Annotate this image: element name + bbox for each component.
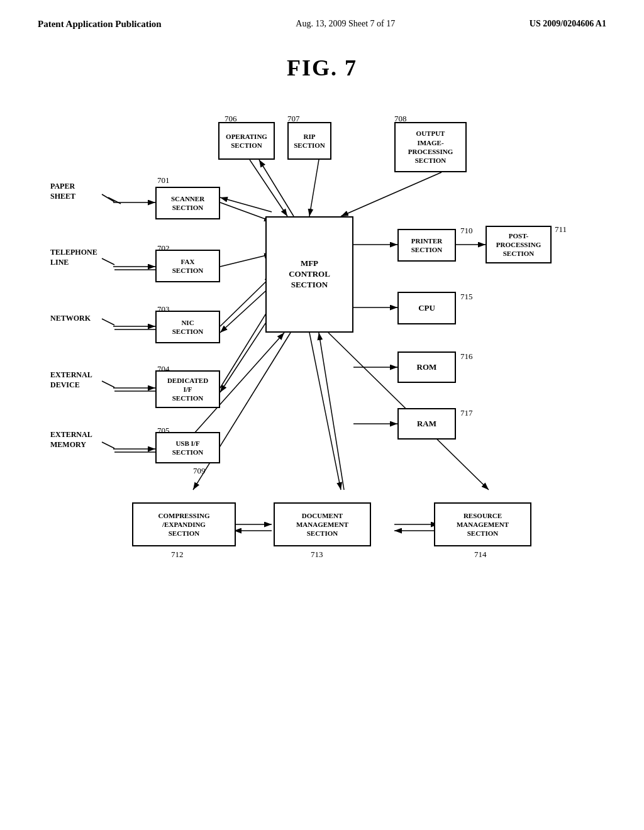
network-label: NETWORK [50,314,91,324]
svg-line-6 [102,194,114,202]
external-device-label: EXTERNALDEVICE [50,370,92,390]
refnum-714: 714 [474,550,487,560]
svg-line-5 [108,197,121,204]
header-left: Patent Application Publication [38,19,162,30]
mfp-control-box: MFPCONTROLSECTION [265,216,353,333]
refnum-709: 709 [193,466,206,476]
refnum-711: 711 [555,224,567,235]
header-center: Aug. 13, 2009 Sheet 7 of 17 [296,19,395,29]
external-memory-label: EXTERNALMEMORY [50,430,92,450]
document-mgmt-box: DOCUMENTMANAGEMENTSECTION [274,502,371,546]
diagram: 706 707 708 OPERATINGSECTION RIPSECTION … [39,100,605,697]
printer-section-box: PRINTERSECTION [397,229,456,262]
refnum-701: 701 [157,175,170,185]
svg-line-16 [220,276,272,326]
ram-box: RAM [397,408,456,440]
svg-line-10 [102,258,114,265]
nic-section-box: NICSECTION [155,311,220,343]
svg-line-17 [220,285,272,333]
rom-box: ROM [397,351,456,383]
svg-line-27 [250,160,287,216]
post-processing-box: POST-PROCESSINGSECTION [486,226,552,263]
svg-line-37 [309,333,341,490]
refnum-715: 715 [460,292,473,302]
header: Patent Application Publication Aug. 13, … [0,0,644,36]
svg-line-38 [319,333,344,490]
svg-line-22 [220,314,272,392]
rip-section-box: RIPSECTION [287,122,331,160]
dedicated-if-box: DEDICATEDI/FSECTION [155,370,220,408]
scanner-section-box: SCANNERSECTION [155,187,220,219]
refnum-713: 713 [311,550,323,560]
telephone-line-label: TELEPHONELINE [50,248,97,267]
operating-section-box: OPERATINGSECTION [218,122,275,160]
figure-title: FIG. 7 [0,55,644,81]
svg-line-29 [309,160,319,216]
svg-line-7 [220,202,272,221]
svg-line-28 [259,160,294,216]
paper-sheet-label: PAPERSHEET [50,182,75,201]
refnum-717: 717 [460,408,473,418]
svg-line-8 [220,197,272,212]
arrows-svg [39,100,605,697]
svg-line-30 [341,172,441,216]
compressing-box: COMPRESSING/EXPANDINGSECTION [132,502,236,546]
svg-line-19 [102,381,114,387]
header-right: US 2009/0204606 A1 [530,19,606,29]
resource-mgmt-box: RESOURCEMANAGEMENTSECTION [434,502,531,546]
cpu-box: CPU [397,292,456,324]
refnum-710: 710 [460,226,473,236]
page: Patent Application Publication Aug. 13, … [0,0,644,830]
svg-line-12 [220,254,272,267]
svg-line-21 [220,304,272,388]
fax-section-box: FAXSECTION [155,250,220,282]
refnum-712: 712 [171,550,184,560]
svg-line-36 [193,333,291,490]
refnum-716: 716 [460,351,473,362]
svg-line-24 [102,442,114,448]
svg-line-14 [102,319,114,325]
usb-if-box: USB I/FSECTION [155,432,220,463]
output-image-processing-box: OUTPUTIMAGE-PROCESSINGSECTION [394,122,467,172]
